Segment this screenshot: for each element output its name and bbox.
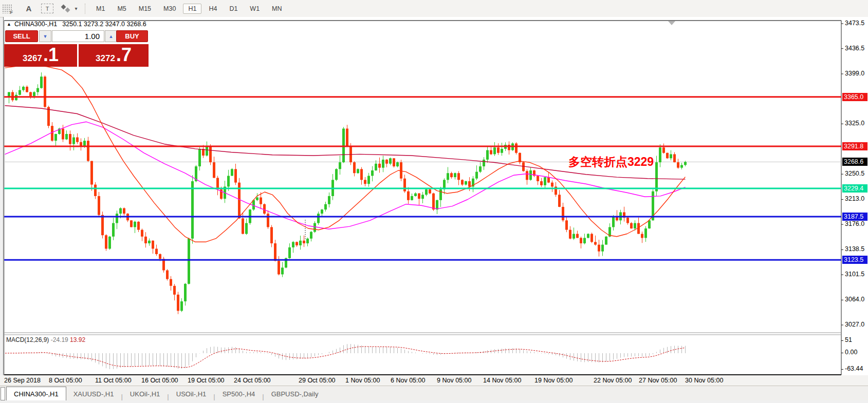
chart-text-annotation[interactable]: 多空转折点3229: [568, 154, 654, 170]
date-label: 26 Sep 2018: [4, 377, 41, 384]
chart-tab-ukoil[interactable]: UKOil-,H1: [123, 388, 168, 400]
current-price-label: 3268.6: [842, 158, 867, 166]
tabs-container: CHINA300-,H1XAUUSD-,H1|UKOil-,H1|USOil-,…: [6, 387, 325, 400]
sell-price-main: 3267: [23, 53, 42, 64]
one-click-trading-widget: SELL ▼ ▲ BUY 3267 .1 3272 .7: [4, 29, 149, 67]
buy-price-pips: .7: [116, 44, 132, 66]
date-label: 29 Oct 05:00: [299, 377, 336, 384]
macd-axis-tick: 0.00: [845, 349, 857, 356]
chart-tab-sp500[interactable]: SP500-,H4: [215, 388, 263, 400]
volume-increase-button[interactable]: ▲: [105, 30, 117, 42]
date-label: 8 Oct 05:00: [49, 377, 82, 384]
date-label: 16 Oct 05:00: [141, 377, 178, 384]
macd-axis-tick: 51: [845, 336, 852, 343]
price-line-label: 3187.5: [842, 213, 867, 221]
price-axis-tick: 3399.0: [845, 70, 864, 77]
price-axis-tick: 3138.5: [845, 245, 864, 253]
chart-tab-xauusd[interactable]: XAUUSD-,H1: [66, 388, 121, 400]
chart-tab-gbpusd[interactable]: GBPUSD-,Daily: [264, 388, 326, 400]
price-axis-tick: 3436.5: [845, 45, 864, 52]
price-axis-tick: 3176.0: [845, 220, 864, 227]
macd-indicator-label: MACD(12,26,9) -24.19 13.92: [6, 336, 85, 343]
date-label: 9 Nov 05:00: [437, 377, 471, 384]
time-axis: 26 Sep 20188 Oct 05:0011 Oct 05:0016 Oct…: [0, 375, 868, 386]
symbol-label: CHINA300-,H1: [14, 21, 57, 28]
price-axis-tick: 3101.5: [845, 271, 864, 278]
date-label: 30 Nov 05:00: [685, 377, 723, 384]
price-axis-tick: 3064.0: [845, 296, 864, 303]
buy-price-panel[interactable]: 3272 .7: [79, 44, 149, 67]
chart-tab-china300[interactable]: CHINA300-,H1: [6, 387, 66, 400]
price-line-label: 3291.8: [842, 142, 867, 150]
sell-button[interactable]: SELL: [5, 30, 38, 42]
chart-title-ohlc: ▲ CHINA300-,H1 3250.1 3273.2 3247.0 3268…: [7, 21, 146, 28]
price-axis-tick: 3213.0: [845, 195, 864, 202]
mt4-terminal-window: F A T ▾ M1M5M15M30H1H4D1W1MN ▲ CHINA300-…: [0, 0, 868, 403]
price-line-label: 3365.0: [842, 93, 867, 101]
sell-price-pips: .1: [43, 44, 59, 66]
collapse-arrow-icon[interactable]: ▲: [7, 22, 11, 27]
price-axis-tick: 3027.0: [845, 321, 864, 328]
buy-price-main: 3272: [96, 53, 115, 64]
date-label: 24 Oct 05:00: [234, 377, 271, 384]
date-label: 11 Oct 05:00: [95, 377, 132, 384]
macd-axis-tick: -63.44: [845, 365, 863, 372]
price-axis-tick: 3250.5: [845, 170, 864, 177]
ohlc-values: 3250.1 3273.2 3247.0 3268.6: [62, 21, 146, 28]
sell-price-panel[interactable]: 3267 .1: [4, 44, 77, 67]
chart-tab-bar: CHINA300-,H1XAUUSD-,H1|UKOil-,H1|USOil-,…: [0, 386, 868, 400]
chart-shift-marker-icon[interactable]: [668, 21, 675, 25]
date-label: 19 Oct 05:00: [188, 377, 225, 384]
buy-button[interactable]: BUY: [116, 30, 148, 42]
price-line-label: 3229.4: [842, 184, 867, 193]
date-label: 14 Nov 05:00: [483, 377, 521, 384]
volume-input[interactable]: [52, 30, 104, 42]
volume-decrease-button[interactable]: ▼: [39, 30, 51, 42]
date-label: 27 Nov 05:00: [639, 377, 677, 384]
tab-scroller[interactable]: [1, 387, 5, 400]
price-axis-tick: 3473.5: [845, 20, 864, 27]
date-label: 22 Nov 05:00: [594, 377, 632, 384]
price-line-label: 3123.5: [842, 256, 867, 264]
date-label: 19 Nov 05:00: [534, 377, 572, 384]
date-label: 1 Nov 05:00: [345, 377, 380, 384]
chart-tab-usoil[interactable]: USOil-,H1: [169, 388, 214, 400]
date-label: 6 Nov 05:00: [391, 377, 425, 384]
price-axis-tick: 3325.0: [845, 120, 864, 127]
